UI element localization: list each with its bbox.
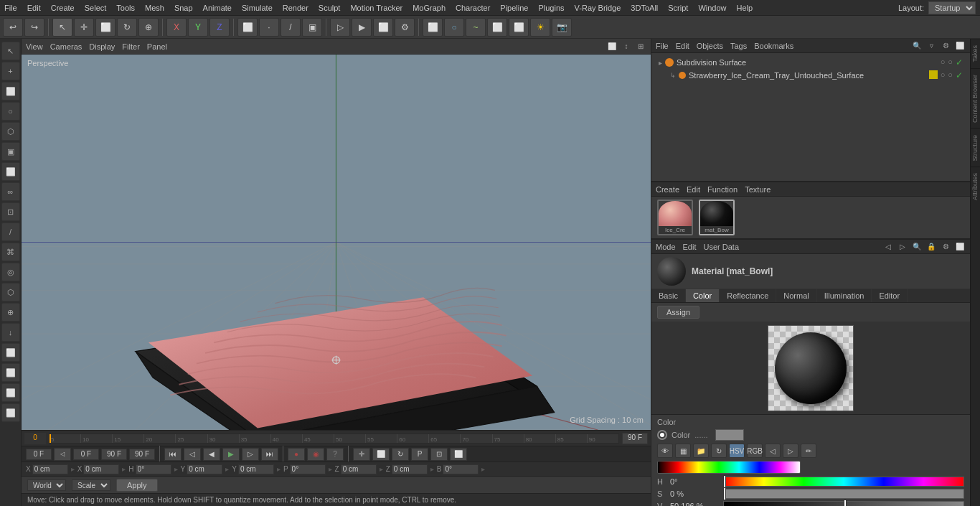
p-input[interactable] <box>290 464 326 474</box>
mat-swatch-bowl[interactable]: mat_Bow <box>699 200 735 235</box>
menu-plugins[interactable]: Plugins <box>538 4 564 12</box>
left-tool-14[interactable]: ⊕ <box>1 303 20 322</box>
mat-tab-normal[interactable]: Normal <box>776 289 816 302</box>
left-tool-11[interactable]: ⌘ <box>1 243 20 261</box>
mat-menu-create[interactable]: Create <box>656 185 679 194</box>
menu-tools[interactable]: Tools <box>116 4 135 12</box>
color-pencil-icon[interactable]: ✏ <box>801 444 816 458</box>
frame-total-input[interactable] <box>129 449 155 460</box>
attr-menu-userdata[interactable]: User Data <box>704 243 740 251</box>
primitive-sphere-button[interactable]: ○ <box>444 18 464 37</box>
vp-icon-camera[interactable]: ↕ <box>621 41 632 52</box>
color-reload-icon[interactable]: ↻ <box>711 444 727 458</box>
obj-vis2-icon[interactable]: ○ <box>941 70 946 80</box>
mat-tab-basic[interactable]: Basic <box>651 289 686 302</box>
rotate-tool-button[interactable]: ↻ <box>117 18 137 37</box>
menu-help[interactable]: Help <box>737 4 753 12</box>
menu-character[interactable]: Character <box>456 4 490 12</box>
left-tool-4[interactable]: ○ <box>1 102 20 121</box>
color-dot-radio[interactable] <box>657 430 667 440</box>
frame-prev-input[interactable]: ◁ <box>54 448 71 461</box>
obj-check2-icon[interactable]: ✓ <box>956 70 963 80</box>
apply-button[interactable]: Apply <box>116 479 158 492</box>
scale-tool-button[interactable]: ⬜ <box>95 18 116 37</box>
record-button[interactable]: ● <box>288 448 305 461</box>
left-tool-5[interactable]: ⬡ <box>1 122 20 141</box>
light-button[interactable]: ☀ <box>530 18 550 37</box>
hsv-h-value[interactable]: 0° <box>670 477 720 486</box>
x-rot-input[interactable] <box>83 464 119 474</box>
vp-icon-layout[interactable]: ⊞ <box>635 41 646 52</box>
obj-vis-icon[interactable]: ○ <box>941 57 946 67</box>
vp-menu-view[interactable]: View <box>26 42 43 51</box>
y-pos-input[interactable] <box>187 464 222 474</box>
step-back-button[interactable]: ◁ <box>184 448 201 461</box>
menu-animate[interactable]: Animate <box>203 4 232 12</box>
obj-menu-objects[interactable]: Objects <box>697 42 723 50</box>
z-rot-input[interactable] <box>392 464 428 474</box>
mat-tab-reflectance[interactable]: Reflectance <box>720 289 776 302</box>
mat-tab-editor[interactable]: Editor <box>872 289 908 302</box>
frame-display[interactable]: 0 <box>24 433 46 444</box>
point-mode-button[interactable]: · <box>259 18 279 37</box>
attr-settings-icon[interactable]: ⚙ <box>940 241 951 253</box>
mat-tab-illumination[interactable]: Illumination <box>817 289 872 302</box>
obj-search-icon[interactable]: 🔍 <box>911 40 923 52</box>
left-tool-1[interactable]: ↖ <box>1 42 20 60</box>
left-tool-7[interactable]: ⬜ <box>1 162 20 181</box>
hsv-h-bar-container[interactable] <box>723 477 964 487</box>
mat-menu-function[interactable]: Function <box>707 185 738 194</box>
obj-menu-file[interactable]: File <box>656 42 669 50</box>
menu-mesh[interactable]: Mesh <box>145 4 164 12</box>
obj-menu-tags[interactable]: Tags <box>730 42 747 50</box>
rst-content-browser[interactable]: Content Browser <box>971 68 980 128</box>
frame-start-input[interactable] <box>73 449 99 460</box>
frame-end-input[interactable] <box>101 449 127 460</box>
menu-simulate[interactable]: Simulate <box>242 4 273 12</box>
menu-render[interactable]: Render <box>283 4 308 12</box>
mat-tab-color[interactable]: Color <box>686 289 720 302</box>
menu-3dtoall[interactable]: 3DToAll <box>631 4 658 12</box>
help-button[interactable]: ? <box>326 448 344 461</box>
left-tool-8[interactable]: ∞ <box>1 182 20 201</box>
left-tool-16[interactable]: ⬜ <box>1 343 20 362</box>
color-gradient-icon[interactable]: ▦ <box>675 444 691 458</box>
left-tool-17[interactable]: ⬜ <box>1 363 20 382</box>
b-input[interactable] <box>443 464 479 474</box>
obj-filter-icon[interactable]: ▿ <box>925 40 937 52</box>
menu-sculpt[interactable]: Sculpt <box>319 4 341 12</box>
step-fwd-button[interactable]: ▷ <box>242 448 259 461</box>
menu-vray[interactable]: V-Ray Bridge <box>575 4 621 12</box>
scale-dropdown[interactable]: Scale <box>72 479 110 491</box>
obj-settings-icon[interactable]: ⚙ <box>940 40 951 52</box>
obj-menu-edit[interactable]: Edit <box>676 42 689 50</box>
attr-search-icon[interactable]: 🔍 <box>911 241 923 253</box>
left-tool-6[interactable]: ▣ <box>1 142 20 161</box>
obj-render2-icon[interactable]: ○ <box>948 70 953 80</box>
redo-button[interactable]: ↪ <box>24 18 44 37</box>
mat-menu-texture[interactable]: Texture <box>745 185 771 194</box>
attr-menu-mode[interactable]: Mode <box>656 243 676 251</box>
color-arrow-r-icon[interactable]: ▷ <box>783 444 798 458</box>
menu-mograph[interactable]: MoGraph <box>413 4 446 12</box>
rst-takes[interactable]: Takes <box>971 39 980 68</box>
menu-window[interactable]: Window <box>698 4 726 12</box>
point-key-button[interactable]: ⊡ <box>430 448 448 461</box>
vp-menu-cameras[interactable]: Cameras <box>50 42 83 51</box>
obj-check-icon[interactable]: ✓ <box>956 57 963 67</box>
rst-attributes[interactable]: Attributes <box>971 167 980 206</box>
obj-menu-bookmarks[interactable]: Bookmarks <box>754 42 793 50</box>
render-region-button[interactable]: ▷ <box>330 18 350 37</box>
object-mode-button[interactable]: ⬜ <box>237 18 258 37</box>
color-arrow-l-icon[interactable]: ◁ <box>765 444 781 458</box>
menu-file[interactable]: File <box>4 4 17 12</box>
left-tool-18[interactable]: ⬜ <box>1 383 20 402</box>
attr-nav-fwd-icon[interactable]: ▷ <box>897 241 908 253</box>
attr-nav-back-icon[interactable]: ◁ <box>882 241 894 253</box>
menu-create[interactable]: Create <box>51 4 75 12</box>
camera-button[interactable]: 📷 <box>552 18 572 37</box>
render-active-button[interactable]: ▶ <box>352 18 372 37</box>
obj-render-icon[interactable]: ○ <box>948 57 953 67</box>
obj-expand-icon[interactable]: ⬜ <box>954 40 966 52</box>
left-tool-2[interactable]: + <box>1 62 20 80</box>
